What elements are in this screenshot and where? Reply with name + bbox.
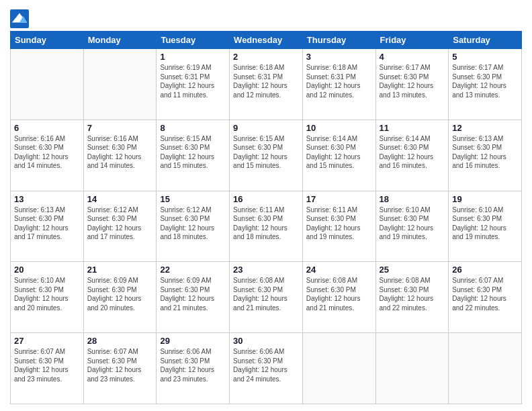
day-number: 16 bbox=[233, 194, 299, 204]
day-cell: 18Sunrise: 6:10 AM Sunset: 6:30 PM Dayli… bbox=[375, 191, 449, 262]
day-info: Sunrise: 6:10 AM Sunset: 6:30 PM Dayligh… bbox=[380, 205, 445, 242]
day-number: 3 bbox=[306, 52, 372, 62]
day-info: Sunrise: 6:06 AM Sunset: 6:30 PM Dayligh… bbox=[233, 347, 299, 383]
logo-icon bbox=[10, 9, 29, 28]
day-number: 24 bbox=[306, 265, 372, 275]
day-cell: 15Sunrise: 6:12 AM Sunset: 6:30 PM Dayli… bbox=[157, 191, 230, 262]
day-cell: 2Sunrise: 6:18 AM Sunset: 6:31 PM Daylig… bbox=[230, 49, 303, 120]
week-row-2: 13Sunrise: 6:13 AM Sunset: 6:30 PM Dayli… bbox=[11, 191, 522, 262]
week-row-3: 20Sunrise: 6:10 AM Sunset: 6:30 PM Dayli… bbox=[11, 262, 522, 333]
day-cell bbox=[375, 333, 449, 404]
day-cell: 20Sunrise: 6:10 AM Sunset: 6:30 PM Dayli… bbox=[11, 262, 84, 333]
day-cell: 1Sunrise: 6:19 AM Sunset: 6:31 PM Daylig… bbox=[157, 49, 230, 120]
day-number: 4 bbox=[380, 52, 445, 62]
day-cell: 22Sunrise: 6:09 AM Sunset: 6:30 PM Dayli… bbox=[157, 262, 230, 333]
day-info: Sunrise: 6:11 AM Sunset: 6:30 PM Dayligh… bbox=[306, 205, 372, 242]
day-info: Sunrise: 6:12 AM Sunset: 6:30 PM Dayligh… bbox=[160, 205, 226, 242]
week-row-1: 6Sunrise: 6:16 AM Sunset: 6:30 PM Daylig… bbox=[11, 120, 522, 191]
day-cell bbox=[449, 333, 522, 404]
day-cell: 16Sunrise: 6:11 AM Sunset: 6:30 PM Dayli… bbox=[230, 191, 303, 262]
day-info: Sunrise: 6:16 AM Sunset: 6:30 PM Dayligh… bbox=[14, 134, 80, 171]
header bbox=[10, 7, 522, 28]
calendar-header: SundayMondayTuesdayWednesdayThursdayFrid… bbox=[11, 32, 522, 49]
header-cell-friday: Friday bbox=[375, 32, 449, 49]
day-number: 6 bbox=[14, 123, 80, 133]
day-cell: 9Sunrise: 6:15 AM Sunset: 6:30 PM Daylig… bbox=[230, 120, 303, 191]
day-cell: 24Sunrise: 6:08 AM Sunset: 6:30 PM Dayli… bbox=[302, 262, 375, 333]
day-cell: 6Sunrise: 6:16 AM Sunset: 6:30 PM Daylig… bbox=[11, 120, 84, 191]
day-cell: 11Sunrise: 6:14 AM Sunset: 6:30 PM Dayli… bbox=[375, 120, 449, 191]
day-info: Sunrise: 6:14 AM Sunset: 6:30 PM Dayligh… bbox=[306, 134, 372, 171]
day-number: 28 bbox=[87, 336, 153, 346]
day-number: 26 bbox=[452, 265, 518, 275]
day-cell: 7Sunrise: 6:16 AM Sunset: 6:30 PM Daylig… bbox=[83, 120, 157, 191]
day-number: 19 bbox=[452, 194, 518, 204]
day-number: 29 bbox=[160, 336, 226, 346]
day-number: 22 bbox=[160, 265, 226, 275]
day-cell: 17Sunrise: 6:11 AM Sunset: 6:30 PM Dayli… bbox=[302, 191, 375, 262]
day-info: Sunrise: 6:12 AM Sunset: 6:30 PM Dayligh… bbox=[87, 205, 153, 242]
day-number: 25 bbox=[380, 265, 445, 275]
day-number: 2 bbox=[233, 52, 299, 62]
week-row-0: 1Sunrise: 6:19 AM Sunset: 6:31 PM Daylig… bbox=[11, 49, 522, 120]
day-info: Sunrise: 6:06 AM Sunset: 6:30 PM Dayligh… bbox=[160, 347, 226, 383]
day-number: 1 bbox=[160, 52, 226, 62]
day-number: 8 bbox=[160, 123, 226, 133]
day-number: 14 bbox=[87, 194, 153, 204]
day-number: 10 bbox=[306, 123, 372, 133]
day-info: Sunrise: 6:17 AM Sunset: 6:30 PM Dayligh… bbox=[452, 63, 518, 99]
day-cell: 23Sunrise: 6:08 AM Sunset: 6:30 PM Dayli… bbox=[230, 262, 303, 333]
day-cell: 4Sunrise: 6:17 AM Sunset: 6:30 PM Daylig… bbox=[375, 49, 449, 120]
header-row: SundayMondayTuesdayWednesdayThursdayFrid… bbox=[11, 32, 522, 49]
day-info: Sunrise: 6:07 AM Sunset: 6:30 PM Dayligh… bbox=[87, 347, 153, 383]
day-info: Sunrise: 6:17 AM Sunset: 6:30 PM Dayligh… bbox=[380, 63, 445, 99]
day-number: 5 bbox=[452, 52, 518, 62]
day-cell: 13Sunrise: 6:13 AM Sunset: 6:30 PM Dayli… bbox=[11, 191, 84, 262]
header-cell-monday: Monday bbox=[83, 32, 157, 49]
day-info: Sunrise: 6:07 AM Sunset: 6:30 PM Dayligh… bbox=[14, 347, 80, 383]
calendar-body: 1Sunrise: 6:19 AM Sunset: 6:31 PM Daylig… bbox=[11, 49, 522, 404]
day-info: Sunrise: 6:19 AM Sunset: 6:31 PM Dayligh… bbox=[160, 63, 226, 99]
day-info: Sunrise: 6:08 AM Sunset: 6:30 PM Dayligh… bbox=[306, 276, 372, 312]
day-number: 20 bbox=[14, 265, 80, 275]
day-info: Sunrise: 6:14 AM Sunset: 6:30 PM Dayligh… bbox=[380, 134, 445, 171]
header-cell-sunday: Sunday bbox=[11, 32, 84, 49]
day-cell: 3Sunrise: 6:18 AM Sunset: 6:31 PM Daylig… bbox=[302, 49, 375, 120]
day-cell: 21Sunrise: 6:09 AM Sunset: 6:30 PM Dayli… bbox=[83, 262, 157, 333]
day-info: Sunrise: 6:16 AM Sunset: 6:30 PM Dayligh… bbox=[87, 134, 153, 171]
day-number: 12 bbox=[452, 123, 518, 133]
day-number: 7 bbox=[87, 123, 153, 133]
day-number: 30 bbox=[233, 336, 299, 346]
day-cell: 19Sunrise: 6:10 AM Sunset: 6:30 PM Dayli… bbox=[449, 191, 522, 262]
day-cell: 5Sunrise: 6:17 AM Sunset: 6:30 PM Daylig… bbox=[449, 49, 522, 120]
header-cell-wednesday: Wednesday bbox=[230, 32, 303, 49]
day-info: Sunrise: 6:08 AM Sunset: 6:30 PM Dayligh… bbox=[380, 276, 445, 312]
day-cell: 28Sunrise: 6:07 AM Sunset: 6:30 PM Dayli… bbox=[83, 333, 157, 404]
day-info: Sunrise: 6:18 AM Sunset: 6:31 PM Dayligh… bbox=[306, 63, 372, 99]
header-cell-saturday: Saturday bbox=[449, 32, 522, 49]
day-info: Sunrise: 6:09 AM Sunset: 6:30 PM Dayligh… bbox=[160, 276, 226, 312]
day-info: Sunrise: 6:13 AM Sunset: 6:30 PM Dayligh… bbox=[14, 205, 80, 242]
day-info: Sunrise: 6:18 AM Sunset: 6:31 PM Dayligh… bbox=[233, 63, 299, 99]
day-number: 21 bbox=[87, 265, 153, 275]
day-info: Sunrise: 6:08 AM Sunset: 6:30 PM Dayligh… bbox=[233, 276, 299, 312]
day-info: Sunrise: 6:13 AM Sunset: 6:30 PM Dayligh… bbox=[452, 134, 518, 171]
day-info: Sunrise: 6:11 AM Sunset: 6:30 PM Dayligh… bbox=[233, 205, 299, 242]
calendar-table: SundayMondayTuesdayWednesdayThursdayFrid… bbox=[10, 31, 522, 404]
day-number: 17 bbox=[306, 194, 372, 204]
day-cell: 27Sunrise: 6:07 AM Sunset: 6:30 PM Dayli… bbox=[11, 333, 84, 404]
week-row-4: 27Sunrise: 6:07 AM Sunset: 6:30 PM Dayli… bbox=[11, 333, 522, 404]
day-info: Sunrise: 6:10 AM Sunset: 6:30 PM Dayligh… bbox=[452, 205, 518, 242]
logo bbox=[10, 9, 30, 28]
day-info: Sunrise: 6:15 AM Sunset: 6:30 PM Dayligh… bbox=[160, 134, 226, 171]
day-cell: 25Sunrise: 6:08 AM Sunset: 6:30 PM Dayli… bbox=[375, 262, 449, 333]
header-cell-thursday: Thursday bbox=[302, 32, 375, 49]
day-cell: 8Sunrise: 6:15 AM Sunset: 6:30 PM Daylig… bbox=[157, 120, 230, 191]
day-info: Sunrise: 6:07 AM Sunset: 6:30 PM Dayligh… bbox=[452, 276, 518, 312]
day-cell: 12Sunrise: 6:13 AM Sunset: 6:30 PM Dayli… bbox=[449, 120, 522, 191]
day-cell bbox=[302, 333, 375, 404]
header-cell-tuesday: Tuesday bbox=[157, 32, 230, 49]
day-number: 18 bbox=[380, 194, 445, 204]
day-cell: 14Sunrise: 6:12 AM Sunset: 6:30 PM Dayli… bbox=[83, 191, 157, 262]
day-cell: 10Sunrise: 6:14 AM Sunset: 6:30 PM Dayli… bbox=[302, 120, 375, 191]
